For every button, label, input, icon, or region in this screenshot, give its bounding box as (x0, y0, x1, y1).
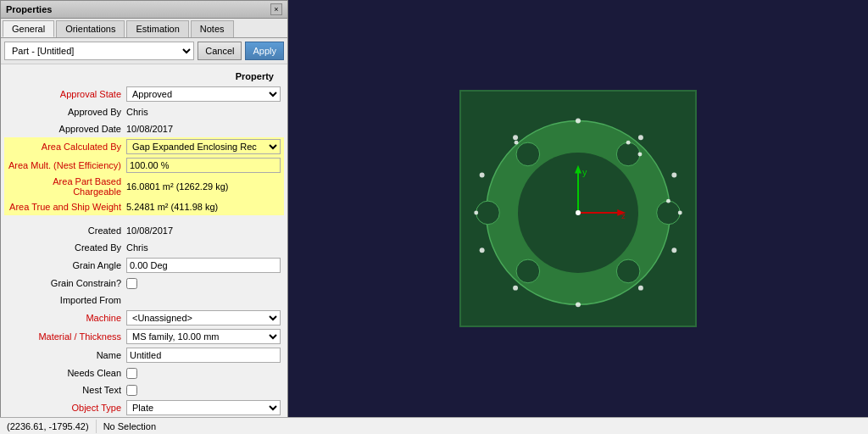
status-coords: (2236.61, -1795.42) (0, 420, 97, 433)
approved-date-label: Approved Date (8, 124, 126, 134)
area-mult-input[interactable] (126, 158, 281, 173)
properties-panel: Properties × General Orientations Estima… (0, 0, 288, 417)
name-input[interactable] (126, 348, 281, 363)
tab-orientations[interactable]: Orientations (56, 20, 125, 37)
approved-by-row: Approved By Chris (4, 103, 284, 120)
svg-point-22 (666, 199, 670, 203)
svg-point-21 (678, 210, 682, 214)
panel-content: Property Approval State Approved Approve… (1, 64, 287, 417)
approval-state-label: Approval State (8, 89, 126, 99)
grain-angle-label: Grain Angle (8, 260, 126, 270)
svg-point-7 (476, 201, 500, 225)
svg-point-15 (513, 286, 518, 291)
nest-text-checkbox[interactable] (126, 385, 137, 396)
area-true-label: Area True and Ship Weight (8, 202, 126, 212)
property-header-row: Property (4, 68, 284, 85)
approved-by-value: Chris (126, 107, 281, 117)
approved-by-label: Approved By (8, 107, 126, 117)
needs-clean-label: Needs Clean (8, 368, 126, 378)
name-label: Name (8, 350, 126, 360)
area-part-value: 16.0801 m² (1262.29 kg) (126, 181, 281, 192)
material-row: Material / Thickness MS family, 10.00 mm (4, 327, 284, 346)
needs-clean-row: Needs Clean (4, 364, 284, 381)
svg-text:y: y (582, 167, 587, 177)
grain-constrain-checkbox[interactable] (126, 278, 137, 289)
object-type-label: Object Type (8, 403, 126, 413)
tab-estimation[interactable]: Estimation (126, 20, 188, 37)
svg-point-5 (616, 259, 640, 283)
grain-constrain-label: Grain Constrain? (8, 278, 126, 288)
svg-point-9 (576, 119, 581, 124)
imported-from-row: Imported From (4, 292, 284, 309)
approved-date-value: 10/08/2017 (126, 124, 281, 134)
grain-angle-input[interactable] (126, 258, 281, 273)
svg-point-20 (637, 152, 642, 156)
area-part-label: Area Part Based Chargeable (8, 176, 126, 197)
status-bar: (2236.61, -1795.42) No Selection (0, 417, 868, 434)
svg-point-13 (638, 286, 643, 291)
needs-clean-checkbox[interactable] (126, 368, 137, 379)
grain-constrain-row: Grain Constrain? (4, 275, 284, 292)
approved-date-row: Approved Date 10/08/2017 (4, 120, 284, 137)
area-true-value: 5.2481 m² (411.98 kg) (126, 202, 281, 212)
created-value: 10/08/2017 (126, 225, 281, 236)
created-row: Created 10/08/2017 (4, 222, 284, 239)
machine-select[interactable]: <Unassigned> (126, 310, 281, 326)
svg-point-16 (480, 248, 485, 253)
panel-toolbar: Part - [Untitled] Cancel Apply (1, 38, 287, 64)
svg-point-6 (516, 259, 540, 283)
status-selection: No Selection (97, 420, 163, 433)
area-mult-row: Area Mult. (Nest Efficiency) (4, 156, 284, 175)
object-type-select[interactable]: Plate (126, 400, 281, 415)
grain-angle-row: Grain Angle (4, 256, 284, 275)
apply-button[interactable]: Apply (245, 42, 284, 60)
close-button[interactable]: × (270, 3, 282, 15)
svg-point-12 (671, 248, 676, 253)
form-section: Property Approval State Approved Approve… (1, 68, 287, 417)
material-select[interactable]: MS family, 10.00 mm (126, 329, 281, 344)
svg-point-14 (576, 302, 581, 307)
svg-point-24 (515, 141, 519, 145)
part-visualization: y z (461, 92, 695, 326)
area-calculated-label: Area Calculated By (8, 142, 126, 152)
area-true-row: Area True and Ship Weight 5.2481 m² (411… (4, 198, 284, 215)
svg-point-31 (576, 210, 581, 215)
panel-titlebar: Properties × (1, 1, 287, 19)
area-mult-label: Area Mult. (Nest Efficiency) (8, 160, 126, 170)
created-label: Created (8, 225, 126, 236)
svg-point-10 (638, 135, 643, 140)
approval-state-select[interactable]: Approved (126, 86, 281, 102)
area-part-row: Area Part Based Chargeable 16.0801 m² (1… (4, 175, 284, 198)
tab-notes[interactable]: Notes (191, 20, 234, 37)
name-row: Name (4, 346, 284, 364)
created-by-row: Created By Chris (4, 239, 284, 256)
nest-text-row: Nest Text (4, 381, 284, 398)
approval-state-row: Approval State Approved (4, 85, 284, 103)
svg-point-23 (474, 210, 478, 214)
created-by-label: Created By (8, 242, 126, 253)
svg-point-4 (657, 201, 681, 225)
machine-row: Machine <Unassigned> (4, 309, 284, 327)
svg-point-18 (513, 135, 518, 140)
machine-label: Machine (8, 313, 126, 323)
tab-general[interactable]: General (3, 20, 54, 37)
svg-text:z: z (621, 212, 626, 220)
material-label: Material / Thickness (8, 331, 126, 342)
svg-point-3 (616, 142, 640, 166)
viewport[interactable]: y z (288, 0, 868, 417)
viewport-canvas: y z (459, 90, 697, 327)
svg-point-19 (626, 141, 631, 145)
panel-title: Properties (6, 4, 52, 14)
created-by-value: Chris (126, 242, 281, 253)
imported-from-label: Imported From (8, 295, 126, 305)
svg-point-8 (516, 142, 540, 166)
part-dropdown[interactable]: Part - [Untitled] (4, 42, 194, 60)
cancel-button[interactable]: Cancel (198, 42, 242, 60)
property-header: Property (126, 70, 281, 83)
object-type-row: Object Type Plate (4, 398, 284, 417)
svg-point-11 (671, 173, 676, 178)
nest-text-label: Nest Text (8, 385, 126, 395)
svg-point-17 (480, 173, 485, 178)
area-calculated-select[interactable]: Gap Expanded Enclosing Rec (126, 139, 281, 154)
panel-tabs: General Orientations Estimation Notes (1, 19, 287, 38)
